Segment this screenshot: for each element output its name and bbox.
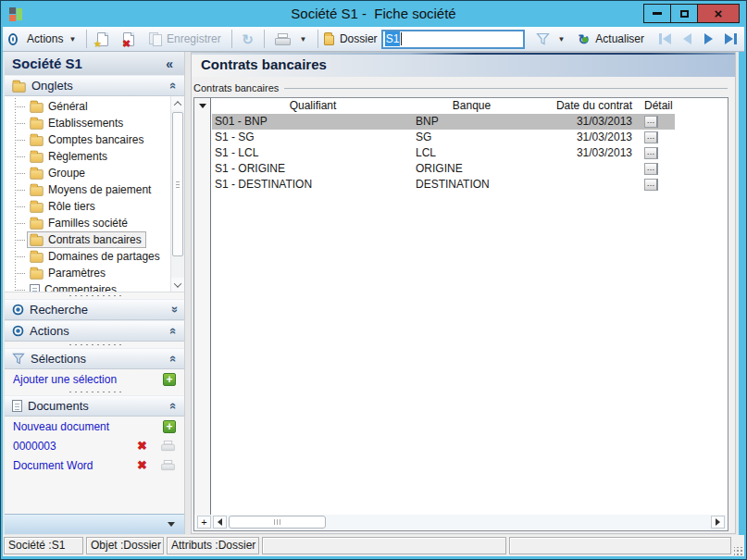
splitter-grip[interactable]	[5, 389, 184, 395]
section-recherche-header[interactable]: Recherche «	[5, 299, 184, 320]
refresh-button[interactable]: ↻	[238, 31, 257, 48]
delete-icon[interactable]: ✖	[137, 440, 147, 452]
maximize-button[interactable]	[670, 4, 698, 23]
column-header-detail[interactable]: Détail	[638, 98, 675, 113]
delete-document-button[interactable]: ✖	[119, 31, 138, 48]
table-row[interactable]: S1 - LCLLCL31/03/2013…	[212, 145, 675, 161]
section-selections-header[interactable]: Sélections «	[5, 348, 184, 369]
resize-grip[interactable]	[734, 547, 743, 556]
tree-connector	[15, 223, 25, 224]
document-link[interactable]: Document Word	[13, 459, 131, 472]
tree-item-parametres[interactable]: Paramètres	[5, 265, 169, 281]
scroll-left-button[interactable]	[213, 516, 227, 529]
scroll-up-button[interactable]	[171, 96, 184, 110]
row-selector-dropdown-icon	[199, 104, 206, 108]
scroll-right-button[interactable]	[711, 516, 725, 529]
status-segment-empty	[509, 537, 731, 554]
folder-icon	[30, 186, 43, 195]
new-document-button[interactable]: ★	[93, 31, 112, 48]
row-selector-column[interactable]	[194, 98, 211, 515]
tree-connector	[15, 140, 25, 141]
scroll-down-button[interactable]	[171, 278, 184, 292]
tree-connector	[15, 273, 25, 274]
cell-detail: …	[638, 116, 675, 128]
separator	[264, 30, 265, 48]
section-onglets-header[interactable]: Onglets «	[5, 75, 184, 96]
folder-icon	[30, 269, 43, 279]
document-link[interactable]: 0000003	[13, 440, 131, 453]
tree-connector	[15, 156, 25, 157]
detail-button[interactable]: …	[644, 179, 658, 191]
minimize-button[interactable]	[643, 4, 671, 23]
first-record-button[interactable]	[657, 32, 673, 45]
tree-item-groupe[interactable]: Groupe	[5, 165, 169, 181]
page-title: Contrats bancaires	[192, 53, 735, 77]
target-icon	[8, 33, 18, 45]
sidebar-bottom-collapse-bar[interactable]	[5, 514, 184, 534]
next-record-button[interactable]	[702, 32, 716, 45]
print-button[interactable]: ▼	[271, 31, 311, 47]
tree-item-role-tiers[interactable]: Rôle tiers	[5, 198, 169, 215]
detail-button[interactable]: …	[644, 116, 658, 128]
table-row[interactable]: S1 - DESTINATIONDESTINATION…	[212, 177, 675, 193]
tree-item-moyens-de-paiement[interactable]: Moyens de paiement	[5, 181, 169, 198]
tree-item-content: Contrats bancaires	[27, 231, 146, 248]
tree-item-contrats-bancaires[interactable]: Contrats bancaires	[5, 231, 169, 248]
actualiser-button[interactable]: ↻ Actualiser	[574, 31, 648, 48]
folder-icon	[30, 203, 43, 212]
tree-item-label: Contrats bancaires	[48, 233, 142, 246]
dossier-label: Dossier	[340, 32, 378, 45]
new-document-link[interactable]: Nouveau document	[13, 420, 157, 433]
tree-item-content: Moyens de paiement	[27, 181, 156, 198]
section-actions-header[interactable]: Actions «	[5, 320, 184, 342]
actions-menu-button[interactable]: Actions▼	[23, 31, 80, 47]
tree-item-label: Domaines de partages	[48, 250, 160, 263]
table-row[interactable]: S1 - SGSG31/03/2013…	[212, 130, 675, 145]
tree-item-content: Domaines de partages	[27, 248, 165, 265]
tree-item-comptes-bancaires[interactable]: Comptes bancaires	[5, 131, 169, 148]
sidebar-collapse-icon[interactable]: «	[166, 56, 177, 71]
column-header-banque[interactable]: Banque	[414, 98, 529, 113]
add-selection-plus-button[interactable]: +	[163, 373, 176, 386]
detail-button[interactable]: …	[644, 163, 658, 175]
tree-item-etablissements[interactable]: Etablissements	[5, 115, 169, 131]
tree-scrollbar[interactable]	[170, 96, 184, 292]
printer-paper	[164, 460, 172, 464]
dossier-input[interactable]: S1	[381, 30, 526, 49]
detail-button[interactable]: …	[644, 131, 658, 143]
filter-button[interactable]: ▼	[532, 31, 568, 47]
printer-icon[interactable]	[161, 460, 174, 470]
save-button[interactable]: Enregistrer	[145, 31, 225, 48]
status-bar: Société :S1Objet :DossierAttributs :Doss…	[3, 535, 744, 556]
splitter-grip[interactable]	[5, 292, 184, 299]
tree-item-label: Comptes bancaires	[48, 133, 143, 146]
close-button[interactable]: ×	[697, 4, 740, 23]
scrollbar-thumb[interactable]	[172, 112, 183, 256]
detail-button[interactable]: …	[644, 147, 658, 159]
printer-icon[interactable]	[161, 441, 174, 451]
save-icon	[149, 32, 163, 46]
column-header-qualifiant[interactable]: Qualifiant	[212, 98, 414, 113]
table-row[interactable]: S1 - ORIGINEORIGINE…	[212, 161, 675, 177]
add-row-button[interactable]: +	[197, 516, 211, 529]
section-documents-header[interactable]: Documents «	[5, 395, 184, 417]
document-row-0000003: 0000003✖	[5, 436, 184, 455]
tree-item-commentaires[interactable]: Commentaires	[5, 281, 169, 292]
document-icon	[30, 284, 40, 293]
table-row[interactable]: S01 - BNPBNP31/03/2013…	[212, 114, 675, 130]
cell-qualifiant: S01 - BNP	[212, 114, 414, 130]
last-record-button[interactable]	[723, 32, 739, 45]
tree-item-domaines-de-partages[interactable]: Domaines de partages	[5, 248, 169, 265]
new-document-plus-button[interactable]: +	[163, 420, 176, 433]
delete-icon[interactable]: ✖	[137, 459, 147, 471]
add-selection-link[interactable]: Ajouter une sélection	[13, 373, 157, 386]
previous-record-button[interactable]	[680, 32, 694, 45]
splitter-grip[interactable]	[5, 342, 184, 348]
maximize-icon	[680, 10, 689, 18]
column-header-date-du-contrat[interactable]: Date du contrat	[529, 98, 638, 113]
scrollbar-thumb[interactable]	[229, 516, 326, 529]
tree-item-general[interactable]: Général	[5, 98, 169, 115]
tree-item-reglements[interactable]: Règlements	[5, 148, 169, 165]
horizontal-scrollbar[interactable]: +	[195, 515, 727, 529]
tree-item-familles-societe[interactable]: Familles société	[5, 215, 169, 231]
